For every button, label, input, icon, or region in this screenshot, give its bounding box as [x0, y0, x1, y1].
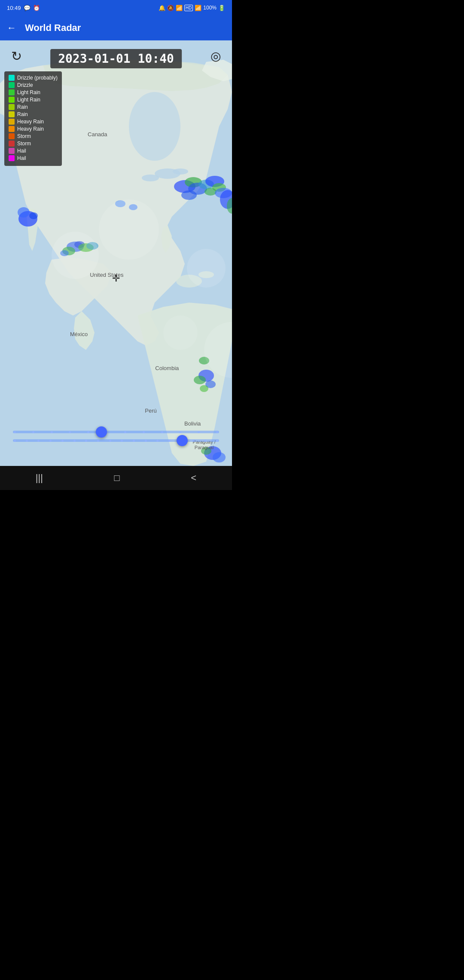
- legend-item-label: Light Rain: [17, 97, 40, 103]
- legend-item: Drizzle (probably): [9, 75, 58, 81]
- hd-icon: HD: [184, 5, 193, 11]
- legend-color-swatch: [9, 119, 15, 125]
- legend-item: Heavy Rain: [9, 126, 58, 132]
- legend-item-label: Light Rain: [17, 89, 40, 95]
- nav-bar: ||| □ <: [0, 466, 232, 490]
- legend-color-swatch: [9, 148, 15, 154]
- legend-item-label: Rain: [17, 104, 28, 110]
- slider1-dots: [13, 431, 219, 433]
- home-button[interactable]: □: [114, 472, 120, 484]
- legend-item: Rain: [9, 104, 58, 110]
- svg-point-36: [201, 447, 211, 455]
- legend-color-swatch: [9, 104, 15, 110]
- battery-icon: 🔋: [218, 5, 225, 11]
- svg-point-23: [181, 190, 197, 200]
- slider1-thumb[interactable]: [96, 426, 107, 438]
- battery-level: 100%: [203, 5, 217, 11]
- svg-point-3: [142, 175, 159, 181]
- map-container[interactable]: Canada United States México Colombia Per…: [0, 40, 232, 466]
- svg-point-32: [200, 385, 208, 392]
- svg-point-38: [99, 199, 159, 260]
- legend-item-label: Heavy Rain: [17, 126, 44, 132]
- legend-item-label: Storm: [17, 133, 31, 139]
- refresh-icon: ↻: [11, 49, 22, 64]
- legend-item-label: Hail: [17, 155, 26, 161]
- refresh-button[interactable]: ↻: [7, 46, 26, 65]
- slider1-track: [13, 431, 219, 433]
- crosshair: ✛: [112, 273, 120, 284]
- signal-icon: 📶: [195, 5, 201, 11]
- legend-item-label: Drizzle (probably): [17, 75, 58, 81]
- legend-item-label: Heavy Rain: [17, 119, 44, 125]
- legend-item: Heavy Rain: [9, 119, 58, 125]
- legend-color-swatch: [9, 155, 15, 161]
- alarm-icon: ⏰: [33, 5, 40, 11]
- legend-item: Hail: [9, 148, 58, 154]
- sliders-area: [0, 431, 232, 442]
- legend-item-label: Drizzle: [17, 82, 33, 88]
- legend: Drizzle (probably)DrizzleLight RainLight…: [4, 71, 62, 166]
- legend-color-swatch: [9, 97, 15, 103]
- legend-item: Storm: [9, 133, 58, 139]
- back-button[interactable]: ←: [7, 22, 16, 34]
- clock: 10:49: [7, 5, 21, 11]
- legend-item-label: Storm: [17, 141, 31, 147]
- legend-color-swatch: [9, 75, 15, 81]
- legend-item-label: Hail: [17, 148, 26, 154]
- legend-item: Rain: [9, 111, 58, 117]
- legend-item: Drizzle: [9, 82, 58, 88]
- back-nav-button[interactable]: <: [191, 472, 196, 484]
- svg-point-8: [18, 207, 30, 217]
- mute-icon: 🔕: [167, 5, 174, 11]
- slider2-container[interactable]: [13, 439, 219, 442]
- legend-item: Light Rain: [9, 89, 58, 95]
- page-title: World Radar: [25, 22, 81, 34]
- legend-color-swatch: [9, 82, 15, 88]
- location-icon: ◎: [211, 49, 221, 63]
- location-button[interactable]: ◎: [206, 46, 225, 65]
- talk-icon: 💬: [24, 5, 31, 11]
- svg-point-39: [187, 249, 226, 288]
- app-bar: ← World Radar: [0, 15, 232, 40]
- svg-point-35: [213, 452, 226, 462]
- svg-point-37: [52, 232, 99, 279]
- svg-point-9: [29, 212, 38, 219]
- status-bar: 10:49 💬 ⏰ 🔔 🔕 📶 HD 📶 100% 🔋: [0, 0, 232, 15]
- legend-color-swatch: [9, 126, 15, 132]
- legend-color-swatch: [9, 141, 15, 147]
- legend-item: Storm: [9, 141, 58, 147]
- legend-item-label: Rain: [17, 111, 28, 117]
- slider2-track: [13, 439, 219, 442]
- svg-point-22: [205, 188, 217, 196]
- svg-point-1: [129, 92, 180, 161]
- alarm2-icon: 🔔: [159, 5, 165, 11]
- legend-item: Light Rain: [9, 97, 58, 103]
- recent-apps-button[interactable]: |||: [36, 472, 43, 484]
- slider1-container[interactable]: [13, 431, 219, 433]
- svg-point-4: [173, 168, 188, 175]
- legend-color-swatch: [9, 89, 15, 95]
- slider2-thumb[interactable]: [177, 435, 188, 446]
- svg-point-41: [163, 315, 198, 350]
- legend-color-swatch: [9, 111, 15, 117]
- legend-item: Hail: [9, 155, 58, 161]
- legend-color-swatch: [9, 133, 15, 139]
- timestamp: 2023-01-01 10:40: [50, 49, 182, 68]
- wifi-icon: 📶: [176, 5, 183, 11]
- svg-point-30: [194, 376, 206, 384]
- slider2-dots: [13, 439, 219, 442]
